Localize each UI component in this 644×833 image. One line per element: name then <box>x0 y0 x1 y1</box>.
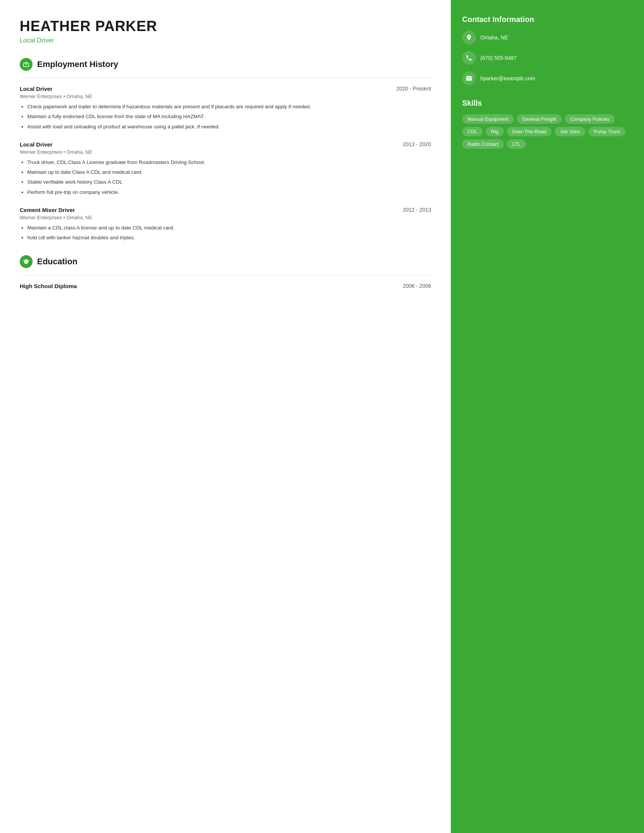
job-dates: 2012 - 2013 <box>402 207 431 213</box>
skill-tag: Radio Contact <box>462 139 504 149</box>
education-section-header: Education <box>20 255 431 268</box>
skill-tag: Company Policies <box>565 114 615 124</box>
job-bullet: Check paperwork and trailer to determine… <box>27 103 431 111</box>
employment-icon <box>20 58 32 71</box>
sidebar: Contact Information Omaha, NE (670) 555-… <box>451 0 644 833</box>
contact-phone-text: (670) 555-9487 <box>480 55 517 61</box>
job-bullets: Truck driver, CDL Class A License gradua… <box>20 159 431 196</box>
skill-tag: Manual Equipment <box>462 114 514 124</box>
skills-section-title: Skills <box>462 99 633 108</box>
skill-tag: Rig <box>486 127 504 136</box>
employment-section-header: Employment History <box>20 58 431 71</box>
job-header: Local Driver2020 - Present <box>20 85 431 92</box>
contact-phone: (670) 555-9487 <box>462 51 633 65</box>
location-icon <box>462 31 476 44</box>
job-title: Local Driver <box>20 85 53 92</box>
job-header: Local Driver2013 - 2020 <box>20 141 431 148</box>
edu-container: High School Diploma2006 - 2006 <box>20 283 431 289</box>
skills-section: Skills Manual EquipmentGeneral FreightCo… <box>462 99 633 149</box>
skills-container: Manual EquipmentGeneral FreightCompany P… <box>462 114 633 149</box>
job-bullet: Truck driver, CDL Class A License gradua… <box>27 159 431 166</box>
contact-location-text: Omaha, NE <box>480 34 508 40</box>
candidate-name: HEATHER PARKER <box>20 18 431 34</box>
job-dates: 2020 - Present <box>396 85 431 92</box>
job-bullets: Maintain a CDL class A license and up to… <box>20 224 431 242</box>
skill-tag: General Freight <box>517 114 562 124</box>
job-company: Werner Enterprises • Omaha, NE <box>20 93 431 99</box>
phone-icon <box>462 51 476 65</box>
job-bullet: Maintain a fully endorsed CDL license fr… <box>27 113 431 121</box>
contact-section-title: Contact Information <box>462 15 633 24</box>
employment-section-title: Employment History <box>37 60 118 69</box>
job-company: Werner Enterprises • Omaha, NE <box>20 215 431 220</box>
job-bullet: Maintain up to date Class A CDL and medi… <box>27 169 431 176</box>
employment-section: Employment History Local Driver2020 - Pr… <box>20 58 431 241</box>
job-entry: Local Driver2020 - PresentWerner Enterpr… <box>20 85 431 130</box>
skill-tag: Pump Truck <box>588 127 625 136</box>
edu-dates: 2006 - 2006 <box>402 283 431 289</box>
contact-email-text: hparker@example.com <box>480 76 535 81</box>
job-entry: Local Driver2013 - 2020Werner Enterprise… <box>20 141 431 196</box>
candidate-title: Local Driver <box>20 37 431 44</box>
education-section-title: Education <box>37 257 77 267</box>
job-bullets: Check paperwork and trailer to determine… <box>20 103 431 130</box>
job-bullet: Assist with load and unloading of produc… <box>27 123 431 130</box>
job-entry: Cement Mixer Driver2012 - 2013Werner Ent… <box>20 207 431 242</box>
contact-email: hparker@example.com <box>462 72 633 85</box>
contact-section: Contact Information Omaha, NE (670) 555-… <box>462 15 633 85</box>
job-bullet: Perform full pre-trip on company vehicle… <box>27 188 431 196</box>
jobs-container: Local Driver2020 - PresentWerner Enterpr… <box>20 85 431 241</box>
edu-degree: High School Diploma <box>20 283 77 289</box>
contact-location: Omaha, NE <box>462 31 633 44</box>
job-dates: 2013 - 2020 <box>402 141 431 147</box>
job-bullet: Stable verifiable work history Class A C… <box>27 178 431 186</box>
skill-tag: Job Sites <box>555 127 585 136</box>
education-divider <box>20 275 431 275</box>
job-header: Cement Mixer Driver2012 - 2013 <box>20 207 431 213</box>
email-icon <box>462 72 476 85</box>
skill-tag: Over-The-Road <box>507 127 552 136</box>
education-icon <box>20 255 32 268</box>
edu-entry: High School Diploma2006 - 2006 <box>20 283 431 289</box>
job-title: Local Driver <box>20 141 53 148</box>
job-bullet: Maintain a CDL class A license and up to… <box>27 224 431 232</box>
contact-list: Omaha, NE (670) 555-9487 hparker@example… <box>462 31 633 85</box>
job-title: Cement Mixer Driver <box>20 207 75 213</box>
main-content: HEATHER PARKER Local Driver Employment H… <box>0 0 451 833</box>
job-bullet: hold cdl with tanker hazmat doubles and … <box>27 234 431 241</box>
skill-tag: LTL <box>507 139 525 149</box>
education-section: Education High School Diploma2006 - 2006 <box>20 255 431 289</box>
employment-divider <box>20 78 431 78</box>
candidate-header: HEATHER PARKER Local Driver <box>20 18 431 44</box>
job-company: Werner Enterprises • Omaha, NE <box>20 149 431 155</box>
skill-tag: CDL <box>462 127 483 136</box>
